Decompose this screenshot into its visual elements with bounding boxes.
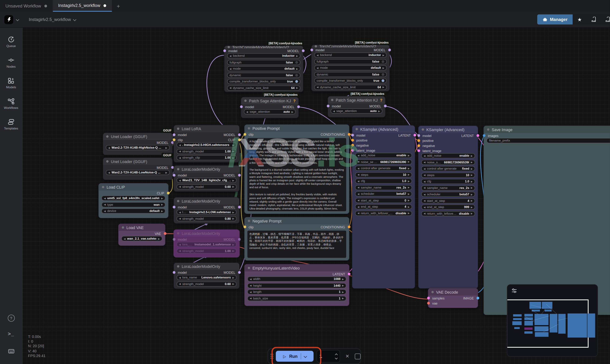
output-port-LATENT[interactable] <box>476 134 479 137</box>
node-title-bar[interactable]: Load LoRA <box>174 125 239 132</box>
node-unet2[interactable]: GGUFUnet Loader (GGUF)MODEL◀Wan2.2-T2V-A… <box>103 157 173 180</box>
input-port-samples[interactable] <box>427 297 429 299</box>
output-port-CLIP[interactable] <box>167 192 169 195</box>
widget-add_noise[interactable]: ◀add_noiseenable▶ <box>355 153 412 158</box>
widget-compile_transformer_blocks_only[interactable]: compile_transformer_blocks_onlytrue <box>227 79 300 84</box>
output-port-MODEL[interactable] <box>238 206 241 208</box>
clear-vram-alt-button[interactable] <box>601 14 610 25</box>
node-title-bar[interactable]: Patch Sage Attention KJ? <box>241 97 298 104</box>
input-port-model[interactable] <box>173 238 175 241</box>
sidebar-item-models[interactable]: Models <box>6 77 16 89</box>
prompt-textarea[interactable]: 色调艳丽，过曝，静态，细节模糊不清，字幕，风格，作品，画作，画面，静止，整体发灰… <box>247 231 346 258</box>
node-title-bar[interactable]: Load VAE <box>118 224 165 231</box>
shortcuts-button[interactable] <box>8 348 14 354</box>
node-ks2[interactable]: KSampler (Advanced)modelLATENTpositivene… <box>418 126 478 289</box>
widget-fullgraph[interactable]: fullgraphfalse <box>314 59 387 64</box>
output-port-CONDITIONING[interactable] <box>348 226 350 228</box>
widget-strength_model[interactable]: ◀strength_model1.00▶ <box>177 248 236 253</box>
widget-return_with_leftover_-[interactable]: ◀return_with_leftover_...disable▶ <box>355 211 412 216</box>
widget-strength_model[interactable]: ◀strength_model1.00▶ <box>177 149 236 154</box>
input-port-clip[interactable] <box>243 226 246 228</box>
widget-mode[interactable]: ◀modedefault▶ <box>314 65 387 70</box>
output-port-CLIP[interactable] <box>238 138 241 141</box>
widget-mode[interactable]: ◀modedefault▶ <box>227 66 300 71</box>
node-title-bar[interactable]: EmptyHunyuanLatentVideo <box>245 264 349 271</box>
widget-value[interactable]: ◀Wan2.2-T2V-A14B-LowNoise-Q ...▶ <box>106 170 170 175</box>
widget-end_at_step[interactable]: ◀end_at_step999▶ <box>421 205 475 210</box>
node-title-bar[interactable]: Unet Loader (GGUF) <box>103 158 172 165</box>
help-button[interactable]: ? <box>8 315 14 322</box>
output-port-VAE[interactable] <box>164 232 166 235</box>
input-port-positive[interactable] <box>351 139 354 142</box>
node-title-bar[interactable]: TorchCompileModelWanVideoV2 <box>224 46 303 48</box>
node-loraA[interactable]: LoraLoaderModelOnlymodelMODEL◀Wan21_T2V_… <box>173 165 240 192</box>
widget-filename_prefix[interactable]: filename_prefix <box>487 138 610 143</box>
input-port-clip[interactable] <box>243 133 246 136</box>
node-pos[interactable]: Positive PromptclipCONDITIONINGA highly … <box>244 124 349 214</box>
widget-device[interactable]: ◀devicedefault▶ <box>102 208 166 214</box>
output-port-LATENT[interactable] <box>348 273 350 275</box>
widget-strength_model[interactable]: ◀strength_model0.60▶ <box>177 281 236 286</box>
output-port-MODEL[interactable] <box>238 174 241 177</box>
clear-vram-button[interactable] <box>587 14 601 25</box>
input-port-negative[interactable] <box>417 144 420 147</box>
node-title-bar[interactable]: Negative Prompt <box>245 217 349 224</box>
widget-strength_model[interactable]: ◀strength_model0.80▶ <box>177 216 236 221</box>
widget-value[interactable]: ◀Wan21_T2V_14B_lightx2v_cfg_ ...▶ <box>177 178 236 183</box>
widget-value[interactable]: ◀Wan2.2-T2V-A14B-HighNoise-Q ...▶ <box>106 145 170 150</box>
input-port-clip[interactable] <box>173 138 175 141</box>
widget-control-after-generate[interactable]: ◀control after generatefixed▶ <box>421 166 475 171</box>
widget-end_at_step[interactable]: ◀end_at_step4▶ <box>355 204 412 209</box>
input-port-model[interactable] <box>223 49 226 52</box>
node-loadlora[interactable]: Load LoRAmodelMODELclipCLIP◀ . Instagirl… <box>173 125 240 163</box>
widget-noise_se-[interactable]: ◀noise_se ...669817269655390▶ <box>355 159 412 164</box>
widget-scheduler[interactable]: ◀schedulerbeta57▶ <box>355 191 412 196</box>
widget-strength_model[interactable]: ◀strength_model0.60▶ <box>177 184 236 189</box>
tab-instagirl-workflow[interactable]: Instagirlv2.5_workflow <box>53 0 112 12</box>
input-port-model[interactable] <box>326 105 329 107</box>
widget-cfg[interactable]: ◀cfg1.0▶ <box>355 179 412 184</box>
widget-strength_clip[interactable]: ◀strength_clip1.00▶ <box>177 155 236 160</box>
output-port-LATENT[interactable] <box>413 134 416 137</box>
node-vaedecode[interactable]: VAE DecodesamplesIMAGEvae <box>428 288 478 308</box>
widget-height[interactable]: ◀height1440▶ <box>247 283 346 288</box>
widget-start_at_step[interactable]: ◀start_at_step0▶ <box>355 198 412 203</box>
stop-button[interactable] <box>355 353 361 359</box>
node-sage2[interactable]: [BETA] comfyui-kjnodesPatch Sage Attenti… <box>328 96 386 117</box>
node-loraD[interactable]: LoraLoaderModelOnlymodelMODEL◀lora_nameL… <box>173 262 240 289</box>
output-port-MODEL[interactable] <box>384 105 387 107</box>
node-loraC[interactable]: LoraLoaderModelOnlymodelMODEL◀lora_n...I… <box>173 229 240 258</box>
input-port-model[interactable] <box>173 206 175 208</box>
input-port-negative[interactable] <box>351 144 354 147</box>
node-title-bar[interactable]: TorchCompileModelWanVideoV2 <box>311 45 389 47</box>
input-port-model[interactable] <box>173 174 175 177</box>
widget-dynamo_cache_size_limit[interactable]: ◀dynamo_cache_size_limit64▶ <box>227 85 300 91</box>
node-title-bar[interactable]: LoraLoaderModelOnly <box>174 230 239 237</box>
widget-batch_size[interactable]: ◀batch_size1▶ <box>247 296 346 301</box>
output-port-MODEL[interactable] <box>238 271 241 274</box>
widget-fullgraph[interactable]: fullgraphfalse <box>227 60 300 65</box>
manager-button[interactable]: Manager <box>537 14 573 25</box>
node-title-bar[interactable]: VAE Decode <box>428 288 478 295</box>
terminal-button[interactable]: >_ <box>8 331 14 337</box>
widget-sage_attention[interactable]: ◀sage_attentionauto▶ <box>244 109 296 114</box>
output-port-IMAGE[interactable] <box>476 297 479 299</box>
input-port-latent_image[interactable] <box>351 149 354 152</box>
output-port-MODEL[interactable] <box>388 49 391 52</box>
prompt-textarea[interactable]: A highly detailed, ultra-realistic portr… <box>247 138 346 211</box>
output-port-MODEL[interactable] <box>302 49 304 52</box>
sidebar-item-workflows[interactable]: Workflows <box>4 98 18 110</box>
widget-type[interactable]: ◀typewan▶ <box>102 202 166 207</box>
node-title-bar[interactable]: Load CLIP <box>99 184 168 191</box>
node-title-bar[interactable]: LoraLoaderModelOnly <box>174 166 239 172</box>
input-port-model[interactable] <box>240 105 243 108</box>
widget-backend[interactable]: ◀backendinductor▶ <box>314 52 387 58</box>
widget-return_with_leftover_-[interactable]: ◀return_with_leftover_...disable▶ <box>421 211 475 216</box>
input-port-latent_image[interactable] <box>417 149 420 152</box>
stepper-down-icon[interactable] <box>335 356 338 359</box>
new-tab-button[interactable]: + <box>112 0 125 12</box>
sidebar-item-nodes[interactable]: Nodes <box>7 56 15 68</box>
batch-stepper[interactable] <box>335 354 337 359</box>
widget-steps[interactable]: ◀steps10▶ <box>421 172 475 178</box>
clear-queue-button[interactable]: ✕ <box>346 353 349 359</box>
